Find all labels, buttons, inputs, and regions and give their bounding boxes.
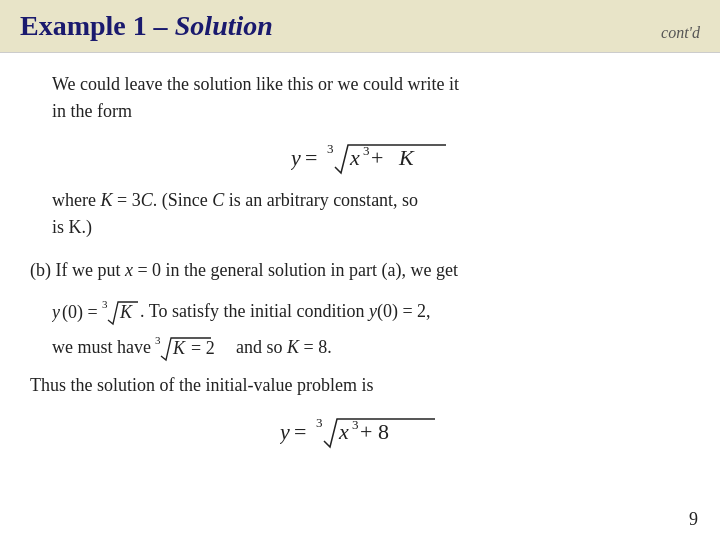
para-2: where K = 3C. (Since C is an arbitrary c… [52,187,690,241]
inline-formula-1-svg: y (0) = 3 K [52,294,140,328]
svg-text:=: = [305,145,317,170]
para-1-line1: We could leave the solution like this or… [52,74,459,94]
formula-2-container: y = 3 x 3 + 8 [30,409,690,453]
formula-2-svg: y = 3 x 3 + 8 [280,409,440,453]
svg-text:=: = [294,419,306,444]
svg-text:K: K [398,145,415,170]
svg-text:= 2: = 2 [191,338,215,358]
svg-text:3: 3 [155,334,161,346]
svg-text:3: 3 [102,298,108,310]
inline-formula-2-svg: 3 K = 2 [155,330,231,364]
title-solution-text: Solution [175,10,273,41]
svg-text:3: 3 [352,417,359,432]
para-b-after-formula1: . To satisfy the initial condition y(0) … [140,301,431,322]
contd-label: cont'd [661,24,700,42]
svg-text:3: 3 [363,143,370,158]
para-2-line2: is K.) [52,217,92,237]
slide-title: Example 1 – Solution [20,10,273,42]
page-number: 9 [689,509,698,530]
formula-1-container: y = 3 x 3 + K [52,135,690,179]
para-b-inline-row: y (0) = 3 K . To satisfy the initial con… [52,294,690,328]
para-b-prefix: we must have [52,337,151,358]
svg-text:K: K [119,302,133,322]
section-b: (b) If we put x = 0 in the general solut… [30,257,690,453]
para-b-inline-row2: we must have 3 K = 2 and so K = 8. [52,330,690,364]
para-1: We could leave the solution like this or… [52,71,690,125]
para-b-1: (b) If we put x = 0 in the general solut… [30,257,690,284]
svg-text:3: 3 [327,141,334,156]
slide-header: Example 1 – Solution cont'd [0,0,720,53]
svg-text:y: y [280,419,290,444]
section-a: We could leave the solution like this or… [30,71,690,241]
para-b-suffix: and so K = 8. [236,337,332,358]
para-b-conclusion-text: Thus the solution of the initial-value p… [30,375,373,395]
para-1-line2: in the form [52,101,132,121]
svg-text:x: x [338,419,349,444]
title-dash: – [147,10,175,41]
svg-text:3: 3 [316,415,323,430]
svg-text:K: K [172,338,186,358]
svg-text:+ 8: + 8 [360,419,389,444]
para-b-line1: (b) If we put x = 0 in the general solut… [30,260,458,280]
title-example-text: Example 1 [20,10,147,41]
svg-text:x: x [349,145,360,170]
para-2-line1: where K = 3C. (Since C is an arbitrary c… [52,190,418,210]
formula-1-svg: y = 3 x 3 + K [291,135,451,179]
slide-content: We could leave the solution like this or… [0,53,720,471]
svg-text:(0) =: (0) = [62,302,98,323]
svg-text:+: + [371,145,383,170]
svg-text:y: y [291,145,301,170]
para-b-conclusion: Thus the solution of the initial-value p… [30,372,690,399]
svg-text:y: y [52,302,60,322]
